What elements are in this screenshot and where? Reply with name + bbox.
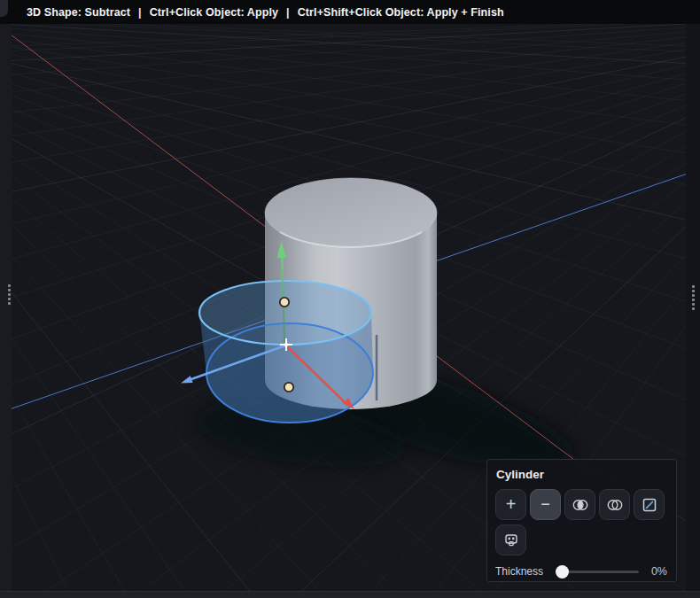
radius-handle-bottom[interactable]: [284, 383, 293, 392]
thickness-value: 0%: [648, 565, 667, 578]
overlap-circles-icon: [604, 494, 626, 516]
radius-handle-top[interactable]: [280, 298, 289, 307]
minus-icon: −: [541, 496, 550, 512]
corner-panel-edge: [0, 0, 8, 17]
bottom-edge-strip: [0, 591, 700, 598]
plus-icon: +: [506, 495, 517, 513]
thickness-slider-thumb[interactable]: [556, 565, 569, 579]
cut-square-diagonal-icon: [639, 494, 660, 516]
cut-button[interactable]: [634, 489, 665, 520]
thickness-row: Thickness 0%: [495, 564, 667, 579]
hint-apply-finish: Ctrl+Shift+Click Object: Apply + Finish: [298, 6, 504, 19]
thickness-slider[interactable]: [556, 564, 639, 579]
imprint-button[interactable]: [495, 524, 526, 555]
left-edge-strip: [0, 24, 12, 591]
right-panel-drag-handle[interactable]: [692, 285, 695, 310]
left-panel-drag-handle[interactable]: [8, 284, 11, 305]
intersect-lens-icon: [570, 494, 591, 516]
intersect-button[interactable]: [564, 489, 595, 520]
cylinder-tool-panel: Cylinder + −: [486, 459, 677, 582]
hint-mode: 3D Shape: Subtract: [27, 6, 130, 19]
boolean-tool-row: + −: [495, 489, 667, 520]
hint-separator-2: |: [286, 6, 290, 19]
secondary-tool-row: [495, 524, 667, 555]
hint-apply: Ctrl+Click Object: Apply: [150, 6, 278, 19]
hint-bar: 3D Shape: Subtract|Ctrl+Click Object: Ap…: [0, 0, 700, 24]
hint-text: 3D Shape: Subtract|Ctrl+Click Object: Ap…: [27, 6, 504, 19]
panel-title: Cylinder: [496, 468, 667, 481]
subtract-button[interactable]: −: [530, 489, 561, 520]
overlap-button[interactable]: [599, 489, 630, 520]
thickness-label: Thickness: [495, 565, 543, 578]
union-button[interactable]: +: [495, 489, 526, 520]
hint-separator-1: |: [138, 6, 142, 19]
imprint-icon: [501, 530, 522, 551]
